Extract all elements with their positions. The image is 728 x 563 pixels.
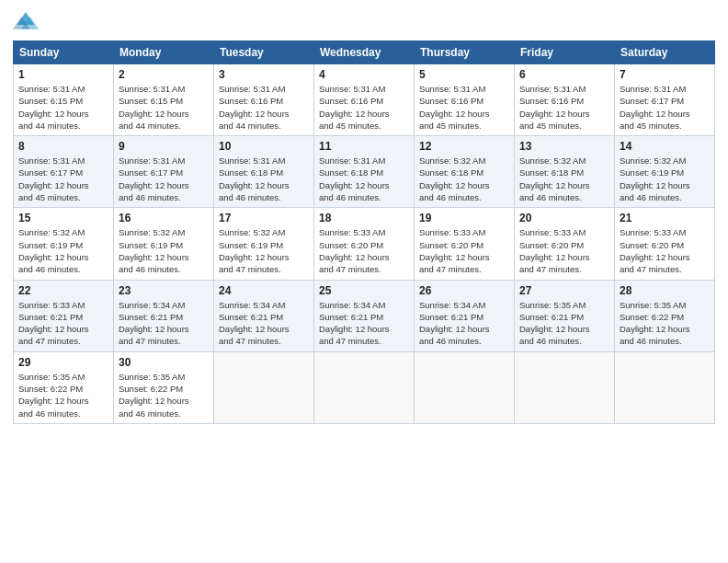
calendar-cell: 17 Sunrise: 5:32 AMSunset: 6:19 PMDaylig… (214, 208, 314, 280)
calendar-cell: 16 Sunrise: 5:32 AMSunset: 6:19 PMDaylig… (114, 208, 214, 280)
day-number: 21 (620, 212, 710, 224)
calendar-cell: 18 Sunrise: 5:33 AMSunset: 6:20 PMDaylig… (314, 208, 415, 280)
calendar-cell: 6 Sunrise: 5:31 AMSunset: 6:16 PMDayligh… (515, 64, 615, 136)
calendar-week-3: 15 Sunrise: 5:32 AMSunset: 6:19 PMDaylig… (14, 208, 715, 280)
day-header-thursday: Thursday (415, 41, 515, 64)
day-info: Sunrise: 5:31 AMSunset: 6:15 PMDaylight:… (18, 84, 89, 131)
day-header-sunday: Sunday (14, 41, 114, 64)
calendar-cell: 25 Sunrise: 5:34 AMSunset: 6:21 PMDaylig… (314, 280, 415, 351)
calendar-cell: 15 Sunrise: 5:32 AMSunset: 6:19 PMDaylig… (14, 208, 114, 280)
calendar-week-5: 29 Sunrise: 5:35 AMSunset: 6:22 PMDaylig… (14, 351, 715, 423)
day-info: Sunrise: 5:32 AMSunset: 6:19 PMDaylight:… (119, 227, 189, 274)
calendar-cell (314, 351, 415, 423)
calendar-cell: 12 Sunrise: 5:32 AMSunset: 6:18 PMDaylig… (415, 136, 515, 208)
day-number: 27 (519, 284, 609, 297)
calendar-cell: 30 Sunrise: 5:35 AMSunset: 6:22 PMDaylig… (114, 351, 214, 423)
day-info: Sunrise: 5:31 AMSunset: 6:15 PMDaylight:… (119, 84, 189, 131)
logo-icon (13, 9, 39, 35)
day-header-monday: Monday (114, 41, 214, 64)
day-number: 8 (18, 140, 108, 153)
day-number: 20 (519, 212, 609, 224)
calendar-week-1: 1 Sunrise: 5:31 AMSunset: 6:15 PMDayligh… (14, 64, 715, 136)
calendar-cell: 5 Sunrise: 5:31 AMSunset: 6:16 PMDayligh… (415, 64, 515, 136)
calendar-week-2: 8 Sunrise: 5:31 AMSunset: 6:17 PMDayligh… (14, 136, 715, 208)
day-info: Sunrise: 5:33 AMSunset: 6:20 PMDaylight:… (319, 227, 390, 274)
day-number: 7 (620, 68, 710, 81)
day-info: Sunrise: 5:35 AMSunset: 6:22 PMDaylight:… (119, 372, 189, 419)
day-info: Sunrise: 5:31 AMSunset: 6:18 PMDaylight:… (219, 155, 290, 202)
day-info: Sunrise: 5:31 AMSunset: 6:17 PMDaylight:… (119, 155, 189, 202)
day-number: 18 (319, 212, 409, 224)
calendar-cell: 29 Sunrise: 5:35 AMSunset: 6:22 PMDaylig… (14, 351, 114, 423)
day-header-saturday: Saturday (615, 41, 715, 64)
calendar-cell: 24 Sunrise: 5:34 AMSunset: 6:21 PMDaylig… (214, 280, 314, 351)
day-number: 30 (119, 356, 209, 369)
calendar-cell: 1 Sunrise: 5:31 AMSunset: 6:15 PMDayligh… (14, 64, 114, 136)
day-number: 2 (119, 68, 209, 81)
day-info: Sunrise: 5:33 AMSunset: 6:20 PMDaylight:… (519, 227, 590, 274)
day-number: 19 (419, 212, 509, 224)
day-number: 12 (419, 140, 509, 153)
day-number: 28 (620, 284, 710, 297)
calendar-cell: 27 Sunrise: 5:35 AMSunset: 6:21 PMDaylig… (515, 280, 615, 351)
day-info: Sunrise: 5:34 AMSunset: 6:21 PMDaylight:… (219, 300, 290, 347)
logo (13, 9, 42, 35)
day-info: Sunrise: 5:33 AMSunset: 6:20 PMDaylight:… (620, 227, 690, 274)
calendar-cell: 19 Sunrise: 5:33 AMSunset: 6:20 PMDaylig… (415, 208, 515, 280)
day-info: Sunrise: 5:31 AMSunset: 6:16 PMDaylight:… (419, 84, 490, 131)
day-number: 16 (119, 212, 209, 224)
day-info: Sunrise: 5:32 AMSunset: 6:19 PMDaylight:… (219, 227, 290, 274)
day-info: Sunrise: 5:33 AMSunset: 6:20 PMDaylight:… (419, 227, 490, 274)
day-info: Sunrise: 5:31 AMSunset: 6:18 PMDaylight:… (319, 155, 390, 202)
calendar-cell: 10 Sunrise: 5:31 AMSunset: 6:18 PMDaylig… (214, 136, 314, 208)
day-info: Sunrise: 5:35 AMSunset: 6:21 PMDaylight:… (519, 300, 590, 347)
day-number: 13 (519, 140, 609, 153)
day-number: 14 (620, 140, 710, 153)
day-info: Sunrise: 5:34 AMSunset: 6:21 PMDaylight:… (419, 300, 490, 347)
calendar-cell: 13 Sunrise: 5:32 AMSunset: 6:18 PMDaylig… (515, 136, 615, 208)
calendar-cell: 4 Sunrise: 5:31 AMSunset: 6:16 PMDayligh… (314, 64, 415, 136)
day-header-friday: Friday (515, 41, 615, 64)
calendar-cell: 11 Sunrise: 5:31 AMSunset: 6:18 PMDaylig… (314, 136, 415, 208)
day-info: Sunrise: 5:32 AMSunset: 6:19 PMDaylight:… (620, 155, 690, 202)
day-number: 25 (319, 284, 409, 297)
calendar-week-4: 22 Sunrise: 5:33 AMSunset: 6:21 PMDaylig… (14, 280, 715, 351)
day-info: Sunrise: 5:31 AMSunset: 6:16 PMDaylight:… (319, 84, 390, 131)
calendar-cell: 3 Sunrise: 5:31 AMSunset: 6:16 PMDayligh… (214, 64, 314, 136)
page-container: SundayMondayTuesdayWednesdayThursdayFrid… (0, 0, 728, 563)
calendar-table: SundayMondayTuesdayWednesdayThursdayFrid… (13, 40, 715, 424)
calendar-cell: 14 Sunrise: 5:32 AMSunset: 6:19 PMDaylig… (615, 136, 715, 208)
day-number: 26 (419, 284, 509, 297)
day-number: 5 (419, 68, 509, 81)
day-info: Sunrise: 5:31 AMSunset: 6:17 PMDaylight:… (620, 84, 690, 131)
day-number: 11 (319, 140, 409, 153)
day-info: Sunrise: 5:34 AMSunset: 6:21 PMDaylight:… (119, 300, 189, 347)
day-info: Sunrise: 5:34 AMSunset: 6:21 PMDaylight:… (319, 300, 390, 347)
calendar-cell: 20 Sunrise: 5:33 AMSunset: 6:20 PMDaylig… (515, 208, 615, 280)
calendar-cell: 7 Sunrise: 5:31 AMSunset: 6:17 PMDayligh… (615, 64, 715, 136)
calendar-cell: 22 Sunrise: 5:33 AMSunset: 6:21 PMDaylig… (14, 280, 114, 351)
day-number: 6 (519, 68, 609, 81)
day-number: 15 (18, 212, 108, 224)
calendar-cell: 23 Sunrise: 5:34 AMSunset: 6:21 PMDaylig… (114, 280, 214, 351)
calendar-cell (615, 351, 715, 423)
calendar-cell: 21 Sunrise: 5:33 AMSunset: 6:20 PMDaylig… (615, 208, 715, 280)
day-number: 3 (219, 68, 309, 81)
day-info: Sunrise: 5:32 AMSunset: 6:18 PMDaylight:… (519, 155, 590, 202)
day-number: 4 (319, 68, 409, 81)
day-number: 17 (219, 212, 309, 224)
calendar-cell: 2 Sunrise: 5:31 AMSunset: 6:15 PMDayligh… (114, 64, 214, 136)
day-number: 22 (18, 284, 108, 297)
day-number: 24 (219, 284, 309, 297)
calendar-cell: 26 Sunrise: 5:34 AMSunset: 6:21 PMDaylig… (415, 280, 515, 351)
day-number: 23 (119, 284, 209, 297)
day-info: Sunrise: 5:31 AMSunset: 6:16 PMDaylight:… (519, 84, 590, 131)
day-number: 1 (18, 68, 108, 81)
day-header-tuesday: Tuesday (214, 41, 314, 64)
day-number: 29 (18, 356, 108, 369)
calendar-cell: 9 Sunrise: 5:31 AMSunset: 6:17 PMDayligh… (114, 136, 214, 208)
day-info: Sunrise: 5:35 AMSunset: 6:22 PMDaylight:… (620, 300, 690, 347)
day-info: Sunrise: 5:33 AMSunset: 6:21 PMDaylight:… (18, 300, 89, 347)
day-info: Sunrise: 5:32 AMSunset: 6:18 PMDaylight:… (419, 155, 490, 202)
calendar-cell: 8 Sunrise: 5:31 AMSunset: 6:17 PMDayligh… (14, 136, 114, 208)
